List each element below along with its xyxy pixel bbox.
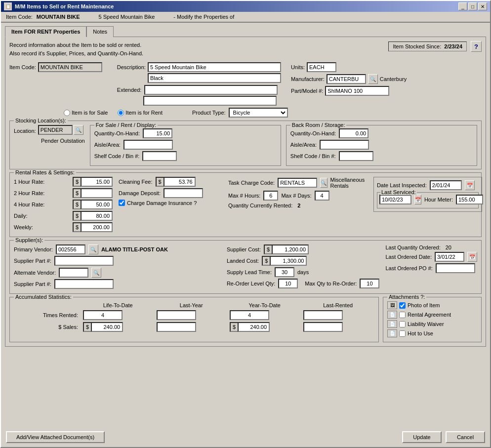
location-input[interactable] [38,125,73,135]
max-reorder-input[interactable] [360,279,379,288]
stats-section: Accumulated Statistics: Life-To-Date Las… [9,297,379,342]
landed-cost-dollar: $ [262,256,270,266]
modify-text: - Modify the Properties of [173,14,234,20]
qty-input[interactable] [143,128,172,138]
last-ordered-label: Last Ordered Date: [385,254,432,260]
attach-hot-checkbox[interactable] [399,330,406,337]
back-qty-input[interactable] [339,128,368,138]
max-reorder-label: Max Qty to Re-Order: [305,281,357,286]
reorder-input[interactable] [278,279,298,288]
max-hours-input[interactable] [263,191,278,201]
weekly-dollar: $ [73,222,81,232]
last-ordered-calendar-button[interactable]: 📅 [467,252,477,262]
last-po-row: Last Ordered PO #: [385,263,477,273]
primary-vendor-code-input[interactable] [56,244,85,254]
attach-photo-checkbox[interactable] [399,302,406,309]
attach-photo-label: Photo of Item [408,302,440,308]
rate-2h-input[interactable] [81,188,113,198]
qty-label: Quantity-On-Hand: [94,130,140,136]
hour-meter-input[interactable] [456,195,483,204]
update-button[interactable]: Update [402,431,442,443]
minimize-button[interactable]: _ [458,2,467,10]
times-lr-input[interactable] [303,310,343,320]
close-button[interactable]: ✕ [478,2,487,10]
max-days-input[interactable] [315,191,329,201]
extended-input-2[interactable] [143,96,277,106]
landed-cost-input[interactable] [270,256,307,266]
back-shelf-input[interactable] [339,151,373,161]
rate-4h-input[interactable] [81,200,113,209]
product-type-select[interactable]: Bicycle [229,108,288,118]
date-inspected-input[interactable] [430,180,462,190]
task-charge-input[interactable] [278,178,317,188]
weekly-label: Weekly: [14,224,33,230]
times-life-input[interactable] [83,310,123,320]
maximize-button[interactable]: □ [468,2,477,10]
supplier-cost-input[interactable] [272,244,309,254]
sales-lr-input[interactable] [303,322,343,332]
last-ordered-input[interactable] [435,252,464,262]
back-aisle-label: Aisle/Area: [290,142,317,148]
alt-part-label: Supplier Part #: [14,281,51,287]
attach-rental-checkbox[interactable] [399,312,406,318]
charge-damage-checkbox[interactable] [119,200,125,206]
last-po-input[interactable] [436,263,475,273]
times-ly-input[interactable] [157,310,196,320]
attach-liability-checkbox[interactable] [399,321,406,327]
aisle-input[interactable] [123,140,173,150]
description-input-2[interactable] [148,73,281,83]
damage-deposit-label: Damage Deposit: [119,190,161,196]
last-serviced-input[interactable] [379,195,411,204]
attach-liability-item: 📄 Liability Waiver [387,320,477,328]
manufacturer-lookup-button[interactable]: 🔍 [368,74,378,84]
extended-input-1[interactable] [144,85,278,95]
supplier-part-input[interactable] [54,256,114,266]
cleaning-input[interactable] [164,177,196,187]
task-charge-lookup-button[interactable]: 🔍 [320,178,327,188]
sales-ly-input[interactable] [157,322,196,332]
aisle-label: Aisle/Area: [94,142,121,148]
shelf-input[interactable] [142,151,177,161]
for-sale-box: For Sale / Rent / Display: Quantity-On-H… [90,125,281,166]
part-model-input[interactable] [325,86,389,96]
primary-vendor-lookup-button[interactable]: 🔍 [88,244,98,254]
sales-ytd-input[interactable] [238,322,270,332]
times-ytd-input[interactable] [230,310,269,320]
item-code-input[interactable] [38,62,102,72]
rate-4h-label: 4 Hour Rate: [14,202,44,207]
rate-1h-label: 1 Hour Rate: [14,179,44,185]
alt-part-input[interactable] [54,279,114,289]
last-order-column: Last Quantity Ordered: 20 Last Ordered D… [385,244,477,275]
rate-1h-input[interactable] [81,177,113,187]
location-lookup-button[interactable]: 🔍 [74,125,83,135]
add-view-button[interactable]: Add/View Attached Document(s) [6,431,105,443]
radio-sale[interactable] [64,110,70,116]
date-inspected-calendar-button[interactable]: 📅 [465,180,475,190]
units-input[interactable] [307,62,336,72]
for-sale-label: For Sale / Rent / Display: [94,122,158,128]
manufacturer-input[interactable] [327,74,366,84]
sales-life-input[interactable] [91,322,123,332]
tab-content: Record information about the Item to be … [5,37,486,347]
cancel-button[interactable]: Cancel [446,431,485,443]
daily-input[interactable] [81,211,113,221]
hour-meter-label: Hour Meter: [424,197,453,203]
supply-lead-input[interactable] [275,267,294,277]
supplier-section-label: Supplier(s): [14,237,44,243]
radio-rent[interactable] [118,110,124,116]
last-serviced-calendar-button[interactable]: 📅 [414,195,421,204]
primary-vendor-row: Primary Vendor: 🔍 ALAMO TITLE-POST OAK [14,244,221,254]
help-icon[interactable]: ? [471,41,482,52]
attach-liability-label: Liability Waiver [408,321,444,327]
reorder-row: Re-Order Level Qty: Max Qty to Re-Order: [227,279,380,288]
tab-notes[interactable]: Notes [86,26,114,37]
alt-vendor-input[interactable] [59,268,88,278]
alt-vendor-lookup-button[interactable]: 🔍 [91,268,101,278]
tab-rent-properties[interactable]: Item FOR RENT Properties [5,26,86,37]
back-aisle-input[interactable] [320,140,369,150]
rental-section-label: Rental Rates & Settings: [14,169,76,175]
description-input-1[interactable] [148,62,281,72]
weekly-input[interactable] [81,222,113,232]
record-line1: Record information about the Item to be … [9,41,143,49]
damage-deposit-input[interactable] [164,188,203,198]
